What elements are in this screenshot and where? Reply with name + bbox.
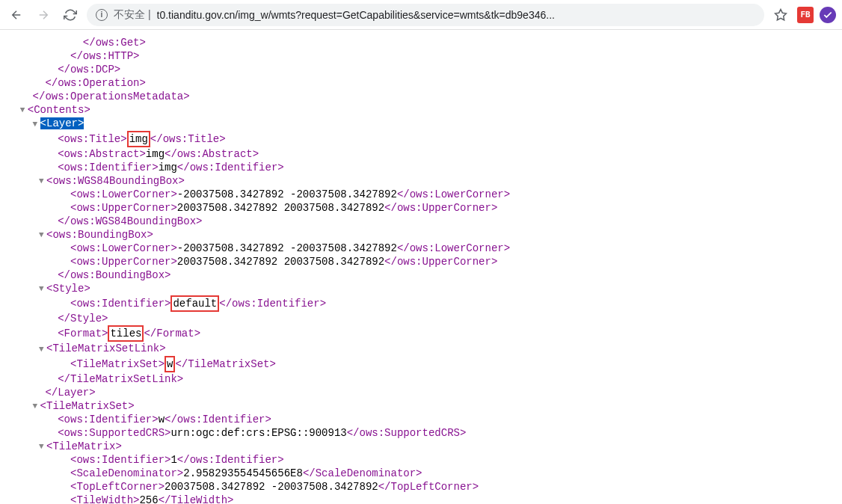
xml-line[interactable]: ▼<Contents>: [7, 103, 842, 117]
toggle-icon[interactable]: ▼: [33, 117, 40, 131]
xml-line[interactable]: <ows:UpperCorner>20037508.3427892 200375…: [7, 201, 842, 215]
extension-icon[interactable]: FB: [797, 7, 814, 23]
toggle-icon[interactable]: ▼: [39, 440, 46, 453]
xml-line[interactable]: <ows:Identifier>w</ows:Identifier>: [7, 413, 842, 426]
highlight: default: [170, 295, 219, 312]
xml-line[interactable]: <Format>tiles</Format>: [7, 325, 842, 342]
url-text: t0.tianditu.gov.cn/img_w/wmts?request=Ge…: [157, 9, 555, 21]
security-label: 不安全 |: [114, 8, 151, 22]
xml-line[interactable]: ▼<Layer>: [7, 117, 842, 130]
url-bar[interactable]: i 不安全 | t0.tianditu.gov.cn/img_w/wmts?re…: [87, 4, 764, 26]
toggle-icon[interactable]: ▼: [39, 228, 46, 242]
xml-line[interactable]: <ows:Identifier>default</ows:Identifier>: [7, 295, 842, 312]
xml-line[interactable]: ▼<Style>: [7, 282, 842, 295]
svg-marker-0: [775, 9, 787, 19]
xml-line[interactable]: ▼<ows:BoundingBox>: [7, 228, 842, 242]
xml-line[interactable]: ▼<TileMatrixSetLink>: [7, 342, 842, 355]
xml-line[interactable]: <ows:Title>img</ows:Title>: [7, 131, 842, 147]
reload-button[interactable]: [60, 4, 81, 25]
xml-line[interactable]: <ows:Abstract>img</ows:Abstract>: [7, 147, 842, 161]
xml-line[interactable]: <ows:LowerCorner>-20037508.3427892 -2003…: [7, 188, 842, 201]
xml-line[interactable]: </ows:OperationsMetadata>: [7, 90, 842, 103]
highlight: w: [165, 356, 175, 372]
xml-line[interactable]: </ows:Operation>: [7, 76, 842, 90]
back-button[interactable]: [6, 4, 27, 25]
xml-line[interactable]: <ows:Identifier>1</ows:Identifier>: [7, 453, 842, 467]
xml-line[interactable]: </ows:DCP>: [7, 63, 842, 76]
xml-line[interactable]: <TileMatrixSet>w</TileMatrixSet>: [7, 356, 842, 372]
toggle-icon[interactable]: ▼: [39, 174, 46, 188]
toggle-icon[interactable]: ▼: [39, 282, 46, 295]
xml-line[interactable]: ▼<ows:WGS84BoundingBox>: [7, 174, 842, 188]
browser-toolbar: i 不安全 | t0.tianditu.gov.cn/img_w/wmts?re…: [0, 0, 842, 30]
toggle-icon[interactable]: ▼: [20, 103, 28, 117]
xml-viewer: </ows:Get> </ows:HTTP> </ows:DCP> </ows:…: [0, 30, 842, 504]
bookmark-button[interactable]: [770, 4, 791, 25]
xml-line[interactable]: ▼<TileMatrixSet>: [7, 399, 842, 413]
xml-line[interactable]: <ows:Identifier>img</ows:Identifier>: [7, 161, 842, 174]
toggle-icon[interactable]: ▼: [33, 399, 40, 413]
toggle-icon[interactable]: ▼: [39, 342, 46, 356]
xml-line[interactable]: </ows:WGS84BoundingBox>: [7, 215, 842, 228]
info-icon: i: [96, 9, 108, 21]
xml-line[interactable]: <ScaleDenominator>2.958293554545656E8</S…: [7, 467, 842, 480]
xml-line[interactable]: </ows:BoundingBox>: [7, 268, 842, 282]
highlight: img: [127, 131, 150, 147]
xml-line[interactable]: <TileWidth>256</TileWidth>: [7, 494, 842, 504]
xml-line[interactable]: <ows:UpperCorner>20037508.3427892 200375…: [7, 255, 842, 268]
highlight: tiles: [108, 325, 144, 342]
xml-line[interactable]: </TileMatrixSetLink>: [7, 372, 842, 386]
xml-line[interactable]: <ows:LowerCorner>-20037508.3427892 -2003…: [7, 242, 842, 255]
selected-tag: <Layer>: [40, 117, 84, 129]
xml-line[interactable]: </Style>: [7, 312, 842, 325]
xml-line[interactable]: <TopLeftCorner>20037508.3427892 -2003750…: [7, 480, 842, 494]
xml-line[interactable]: </ows:Get>: [7, 36, 842, 49]
xml-line[interactable]: </Layer>: [7, 386, 842, 399]
xml-line[interactable]: ▼<TileMatrix>: [7, 440, 842, 453]
extension-icon[interactable]: [820, 7, 836, 23]
xml-line[interactable]: <ows:SupportedCRS>urn:ogc:def:crs:EPSG::…: [7, 426, 842, 440]
xml-line[interactable]: </ows:HTTP>: [7, 49, 842, 63]
forward-button[interactable]: [33, 4, 54, 25]
